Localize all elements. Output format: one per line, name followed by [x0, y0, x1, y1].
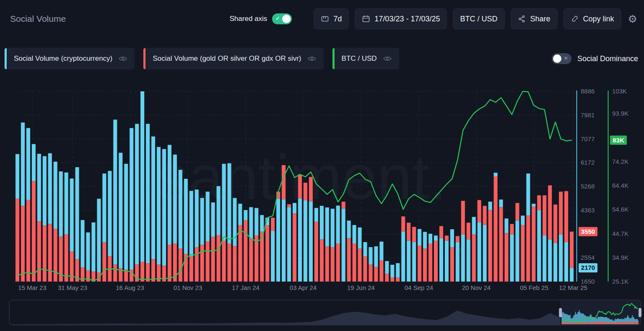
- bar-segment: [412, 242, 416, 282]
- bar-segment: [494, 173, 498, 176]
- bar-segment: [287, 204, 291, 207]
- nav-bar: [584, 322, 584, 324]
- legend-item-gold-silver[interactable]: Social Volume (gold OR silver OR gdx OR …: [143, 48, 323, 70]
- nav-bar: [613, 323, 614, 324]
- bar-segment: [184, 179, 188, 254]
- nav-bar: [621, 322, 622, 324]
- bar-segment: [309, 177, 313, 201]
- bar-segment: [407, 241, 410, 282]
- legend-item-crypto[interactable]: Social Volume (cryptocurrency): [4, 48, 135, 70]
- legend-item-btc-usd[interactable]: BTC / USD: [332, 48, 399, 70]
- bar-segment: [353, 225, 356, 243]
- nav-bar: [629, 322, 629, 324]
- nav-bar: [634, 322, 634, 324]
- bar-segment: [336, 206, 340, 243]
- interval-button[interactable]: 7d: [314, 8, 349, 29]
- nav-bar: [630, 322, 630, 324]
- bar-segment: [472, 217, 476, 235]
- nav-bar: [593, 322, 594, 324]
- bar-segment: [325, 207, 329, 246]
- legend-label: Social Volume (gold OR silver OR gdx OR …: [153, 54, 301, 63]
- nav-bar: [579, 323, 579, 324]
- navigator-history-silhouette: [13, 310, 561, 325]
- bar-segment: [526, 173, 530, 215]
- nav-bar: [581, 323, 582, 324]
- bar-segment: [102, 173, 106, 242]
- bar-segment: [537, 195, 541, 210]
- main-chart[interactable]: santiment.888679817077617252684363255416…: [0, 78, 644, 295]
- eye-icon[interactable]: [118, 55, 127, 62]
- nav-bar: [582, 323, 582, 324]
- bar-segment: [97, 199, 101, 272]
- shared-axis-label: Shared axis: [230, 15, 267, 23]
- bar-segment: [179, 170, 182, 248]
- check-icon: ✓: [275, 16, 280, 21]
- bar-segment: [418, 246, 421, 282]
- bar-segment: [342, 209, 345, 282]
- bar-segment: [478, 222, 481, 282]
- bar-segment: [119, 153, 122, 269]
- bar-segment: [445, 235, 449, 241]
- copy-link-button[interactable]: Copy link: [564, 8, 621, 29]
- pair-button[interactable]: BTC / USD: [453, 8, 504, 29]
- navigator-handle-right[interactable]: [639, 308, 641, 317]
- nav-bar: [608, 322, 608, 324]
- bar-segment: [206, 241, 210, 282]
- bar-segment: [16, 199, 19, 282]
- nav-bar: [595, 322, 595, 324]
- nav-bar: [616, 322, 617, 324]
- navigator-handle-left[interactable]: [559, 308, 562, 317]
- bar-segment: [559, 235, 563, 282]
- bar-segment: [48, 153, 52, 224]
- nav-bar: [576, 323, 577, 324]
- bar-segment: [59, 171, 63, 237]
- x-axis-label: 01 Nov 23: [174, 284, 202, 291]
- bar-segment: [488, 210, 492, 282]
- eye-icon[interactable]: [307, 55, 317, 62]
- nav-bar: [592, 322, 592, 324]
- bar-segment: [559, 191, 563, 234]
- navigator[interactable]: [0, 298, 644, 330]
- bar-segment: [532, 207, 535, 282]
- nav-bar: [598, 321, 599, 324]
- nav-bar: [625, 322, 625, 324]
- calendar-icon: [362, 15, 370, 23]
- bar-segment: [130, 128, 133, 270]
- eye-icon[interactable]: [383, 55, 392, 62]
- bar-segment: [314, 208, 318, 222]
- settings-gear-icon[interactable]: ⚙: [628, 14, 637, 24]
- bar-segment: [342, 202, 345, 209]
- shared-axis-toggle[interactable]: ✓: [272, 13, 292, 24]
- nav-bar: [618, 322, 619, 324]
- bar-segment: [543, 235, 546, 282]
- nav-bar: [619, 322, 620, 324]
- x-axis-label: 20 Nov 24: [462, 284, 491, 291]
- right-axis-tick: 44.7K: [612, 230, 628, 237]
- bar-segment: [353, 243, 356, 282]
- nav-bar: [627, 322, 627, 324]
- bar-segment: [16, 154, 19, 199]
- bar-segment: [80, 220, 84, 267]
- bar-segment: [195, 247, 199, 282]
- bar-segment: [309, 202, 313, 282]
- nav-bar: [594, 322, 594, 324]
- nav-bar: [604, 322, 604, 324]
- legend-accent-cyan: [5, 48, 7, 69]
- bar-segment: [461, 201, 465, 234]
- bar-segment: [48, 224, 52, 282]
- social-volume-app: Social Volume Shared axis ✓ 7d: [0, 0, 644, 331]
- x-axis-label: 17 Jan 24: [232, 284, 260, 291]
- nav-bar: [573, 323, 573, 324]
- social-dominance-toggle[interactable]: ✕: [552, 53, 571, 64]
- bar-segment: [43, 156, 47, 226]
- share-button[interactable]: Share: [511, 8, 558, 29]
- nav-bar: [569, 322, 570, 324]
- nav-bar: [563, 322, 564, 324]
- nav-bar: [588, 322, 588, 324]
- bar-segment: [293, 203, 296, 213]
- date-range-button[interactable]: 17/03/23 - 17/03/25: [355, 8, 447, 29]
- bar-segment: [379, 261, 383, 282]
- nav-bar: [600, 322, 600, 324]
- bar-segment: [271, 218, 275, 231]
- bar-segment: [282, 199, 286, 282]
